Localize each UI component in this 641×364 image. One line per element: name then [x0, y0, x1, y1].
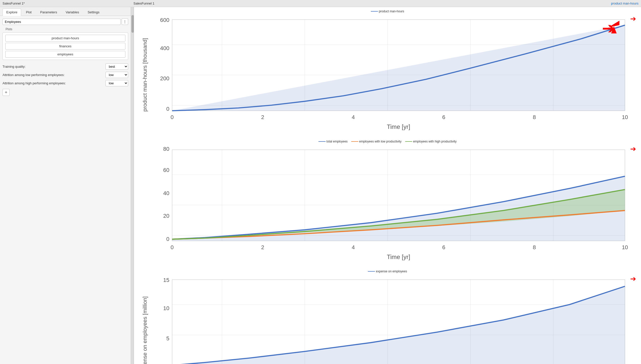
svg-text:400: 400: [160, 45, 169, 51]
plots-box: product man-hours finances employees: [3, 32, 128, 60]
chart-product-man-hours: product man-hours product man-hours [tho…: [139, 10, 636, 136]
svg-text:0: 0: [171, 114, 174, 120]
legend-expense-employees: expense on employees: [376, 270, 407, 273]
attrition-low-select[interactable]: low medium high: [105, 72, 128, 78]
add-button[interactable]: +: [3, 89, 10, 96]
chart2-arrow: ➔: [630, 145, 636, 153]
attrition-high-label: Attrition among high performing employee…: [3, 81, 66, 85]
svg-text:2: 2: [261, 114, 264, 120]
svg-text:5: 5: [166, 335, 169, 342]
svg-text:4: 4: [352, 114, 355, 120]
dropdown-menu-btn[interactable]: ⋮: [122, 18, 128, 25]
legend-total-employees: total employees: [327, 140, 348, 143]
chart-expense: expense on employees 0 5 10 15 expense o…: [139, 270, 636, 364]
plot-btn-finances[interactable]: finances: [5, 43, 125, 50]
attrition-high-row: Attrition among high performing employee…: [3, 80, 128, 86]
chart2-svg: 0 20 40 60 80 0 2 4 6 8 10 Time [yr]: [139, 144, 636, 266]
svg-text:4: 4: [352, 244, 355, 250]
svg-text:Time [yr]: Time [yr]: [387, 123, 410, 130]
chart1-legend: product man-hours: [139, 10, 636, 13]
training-quality-select[interactable]: best good average poor: [105, 63, 128, 70]
right-panel: product man-hours product man-hours [tho…: [134, 7, 641, 364]
legend-line-total: [318, 141, 326, 142]
attrition-high-select[interactable]: low medium high: [105, 80, 128, 86]
svg-text:80: 80: [163, 146, 169, 152]
training-quality-row: Training quality: best good average poor: [3, 63, 128, 70]
svg-text:6: 6: [442, 244, 445, 250]
svg-text:6: 6: [442, 114, 445, 120]
legend-line-low: [351, 141, 358, 142]
tab-explore[interactable]: Explore: [3, 9, 21, 16]
plot-btn-employees[interactable]: employees: [5, 51, 125, 58]
legend-high-productivity: employees with high productivity: [413, 140, 457, 143]
svg-text:15: 15: [163, 277, 169, 283]
chart1-arrow: ➔: [630, 15, 636, 22]
window-title-right: SalesFunnel 1: [133, 2, 154, 5]
svg-text:8: 8: [533, 244, 536, 250]
legend-line-high: [405, 141, 412, 142]
svg-text:60: 60: [163, 167, 169, 173]
tab-settings[interactable]: Settings: [84, 9, 103, 16]
svg-text:10: 10: [163, 305, 169, 311]
employees-dropdown[interactable]: Employees: [3, 19, 121, 25]
employees-dropdown-row: Employees ⋮: [3, 18, 128, 25]
legend-low-productivity: employees with low productivity: [359, 140, 402, 143]
svg-text:Time [yr]: Time [yr]: [387, 253, 410, 260]
left-panel: Explore Plot Parameters Variables Settin…: [0, 7, 131, 364]
svg-text:200: 200: [160, 75, 169, 82]
tab-parameters[interactable]: Parameters: [36, 9, 61, 16]
chart3-arrow: ➔: [630, 275, 636, 282]
svg-text:0: 0: [171, 244, 174, 250]
svg-text:➔: ➔: [602, 19, 615, 37]
svg-text:2: 2: [261, 244, 264, 250]
legend-label-product-man-hours: product man-hours: [379, 10, 404, 13]
plot-btn-product-man-hours[interactable]: product man-hours: [5, 35, 125, 42]
training-quality-label: Training quality:: [3, 65, 25, 68]
svg-text:0: 0: [166, 236, 169, 242]
chart-employees: total employees employees with low produ…: [139, 140, 636, 266]
attrition-low-label: Attrition among low performing employees…: [3, 73, 64, 77]
legend-line-expense: [368, 271, 375, 272]
plots-section-label: Plots: [6, 27, 128, 31]
svg-text:20: 20: [163, 212, 169, 219]
chart1-svg: product man-hours [thousand] 0 200 400 6…: [139, 14, 636, 136]
svg-text:0: 0: [166, 106, 169, 112]
tab-variables[interactable]: Variables: [62, 9, 83, 16]
svg-text:10: 10: [622, 114, 628, 120]
legend-line-blue: [371, 11, 378, 12]
svg-text:600: 600: [160, 17, 169, 23]
svg-text:8: 8: [533, 114, 536, 120]
tabs-bar: Explore Plot Parameters Variables Settin…: [0, 7, 131, 16]
tab-plot[interactable]: Plot: [22, 9, 35, 16]
title-link[interactable]: product man-hours: [611, 2, 638, 5]
chart2-legend: total employees employees with low produ…: [139, 140, 636, 143]
attrition-low-row: Attrition among low performing employees…: [3, 72, 128, 78]
window-title-left: SalesFunnel 1*: [3, 2, 25, 5]
svg-text:expense on employees [million]: expense on employees [million]: [142, 296, 148, 364]
svg-text:product man-hours [thousand]: product man-hours [thousand]: [142, 38, 148, 112]
chart3-legend: expense on employees: [139, 270, 636, 273]
chart3-svg: 0 5 10 15 expense on employees [million]…: [139, 274, 636, 364]
svg-text:10: 10: [622, 244, 628, 250]
svg-text:40: 40: [163, 190, 169, 196]
